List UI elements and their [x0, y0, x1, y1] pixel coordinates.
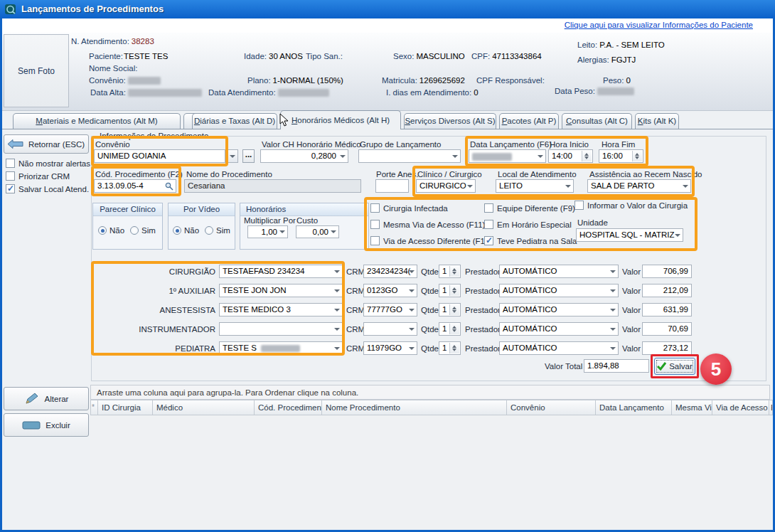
- crm-combo[interactable]: 0123GO: [363, 284, 417, 297]
- grid-col-convenio[interactable]: Convênio: [507, 400, 596, 415]
- crm-combo[interactable]: 77777GO: [363, 303, 417, 316]
- tab-kits[interactable]: Kits (Alt K): [635, 113, 679, 129]
- qtde-spinner[interactable]: 1: [439, 341, 461, 355]
- clinico-cirurgico-combo[interactable]: CIRURGICO: [416, 179, 476, 193]
- cod-procedimento-input[interactable]: 3.13.09.05-4: [94, 179, 176, 193]
- tab-servicos-diversos[interactable]: Serviços Diversos (Alt S): [404, 113, 496, 129]
- excluir-button[interactable]: Excluir: [4, 413, 89, 437]
- tab-materiais[interactable]: Materiais e Medicamentos (Alt M): [13, 113, 181, 129]
- horario-especial-checkbox[interactable]: [484, 220, 493, 229]
- grid-body-empty[interactable]: [90, 415, 770, 529]
- crm-combo[interactable]: [363, 322, 417, 336]
- hora-inicio-spinner[interactable]: 14:00: [548, 149, 593, 163]
- prestador-combo[interactable]: AUTOMÁTICO: [499, 284, 619, 297]
- priorizar-crm-checkbox[interactable]: [6, 171, 15, 181]
- custo-input[interactable]: 0,00: [296, 225, 339, 238]
- grid-col-id-cirurgia[interactable]: ID Cirurgia: [98, 400, 153, 415]
- local-atendimento-combo[interactable]: LEITO: [496, 179, 574, 193]
- valor-ch-input[interactable]: 0,2800: [260, 149, 348, 163]
- grid-col-nome-procedimento[interactable]: Nome Procedimento: [322, 400, 507, 415]
- porte-anes-input[interactable]: [375, 179, 409, 193]
- grid-col-medico[interactable]: Médico: [153, 400, 255, 415]
- role-label-anestesista: ANESTESISTA: [95, 306, 215, 314]
- spinner-buttons[interactable]: [449, 304, 459, 315]
- medico-combo[interactable]: TESTE JON JON: [219, 284, 343, 297]
- grid-asterisk-icon[interactable]: *: [90, 400, 98, 415]
- video-sim-radio[interactable]: [205, 226, 213, 235]
- valor-field[interactable]: 70,69: [642, 322, 692, 336]
- medico-combo[interactable]: TESTAEFASD 234234: [219, 265, 343, 278]
- teve-pediatra-label: Teve Pediatra na Sala: [497, 237, 577, 245]
- cod-procedimento-label: Cód. Procedimento (F2): [95, 170, 183, 179]
- spinner-buttons[interactable]: [632, 151, 642, 161]
- qtde-spinner[interactable]: 1: [439, 322, 461, 336]
- spinner-buttons[interactable]: [449, 285, 459, 296]
- spinner-buttons[interactable]: [449, 266, 459, 277]
- convenio-browse-button[interactable]: ...: [242, 149, 255, 163]
- via-diferente-checkbox[interactable]: [370, 236, 380, 245]
- cirurgia-infectada-checkbox[interactable]: [370, 203, 380, 213]
- unidade-combo[interactable]: HOSPITAL SQL - MATRIZ: [576, 228, 683, 242]
- grid-col-cutoff[interactable]: E: [769, 400, 773, 415]
- parecer-sim-radio[interactable]: [130, 226, 139, 235]
- valor-field[interactable]: 273,12: [642, 341, 692, 355]
- qtde-spinner[interactable]: 1: [439, 265, 461, 278]
- nao-mostrar-alertas-checkbox[interactable]: [6, 159, 15, 168]
- equipe-diferente-checkbox[interactable]: [484, 203, 493, 213]
- tab-pacotes[interactable]: Pacotes (Alt P): [499, 113, 559, 129]
- valor-field[interactable]: 631,99: [642, 303, 692, 316]
- assistencia-rn-combo[interactable]: SALA DE PARTO: [587, 179, 691, 193]
- data-lancamento-combo[interactable]: [469, 149, 546, 163]
- prestador-combo[interactable]: AUTOMÁTICO: [499, 265, 619, 278]
- video-nao-radio[interactable]: [173, 226, 181, 235]
- valor-field[interactable]: 706,99: [642, 265, 692, 278]
- grid-col-cod-procedimento[interactable]: Cód. Procedimento: [255, 400, 322, 415]
- grid-groupby-bar[interactable]: Arraste uma coluna aqui para agrupa-la. …: [90, 385, 770, 400]
- unidade-label: Unidade: [577, 218, 608, 227]
- spinner-buttons[interactable]: [449, 324, 459, 334]
- chevron-down-icon: [409, 347, 415, 350]
- spinner-buttons[interactable]: [582, 151, 592, 161]
- eraser-icon: [22, 421, 41, 430]
- magnifier-icon[interactable]: [165, 182, 173, 191]
- hora-fim-spinner[interactable]: 16:00: [599, 149, 643, 163]
- medico-combo[interactable]: TESTE MEDICO 3: [219, 303, 343, 316]
- mesma-via-label: Mesma Via de Acesso (F11): [383, 220, 485, 229]
- teve-pediatra-checkbox[interactable]: [484, 236, 493, 245]
- informacoes-procedimento-title: Informações do Procedimento: [97, 132, 211, 140]
- tab-diarias[interactable]: Diárias e Taxas (Alt D): [192, 113, 277, 129]
- mesma-via-checkbox[interactable]: [370, 220, 380, 229]
- informar-valor-checkbox[interactable]: [574, 201, 584, 210]
- assistencia-rn-label: Assistência ao Recem Nascido: [589, 170, 702, 179]
- data-peso: Data Peso:: [555, 87, 634, 95]
- medico-combo[interactable]: [219, 322, 343, 336]
- crm-combo[interactable]: 234234234(: [363, 265, 417, 278]
- patient-info-link[interactable]: Clique aqui para visualizar Informações …: [565, 21, 753, 29]
- grid-col-data-lancamento[interactable]: Data Lançamento: [596, 400, 672, 415]
- tab-consultas[interactable]: Consultas (Alt C): [562, 113, 632, 129]
- spinner-buttons[interactable]: [449, 343, 459, 353]
- grid-col-via-de-acesso[interactable]: Via de Acesso: [712, 400, 769, 415]
- equipe-diferente-label: Equipe Diferente (F9): [497, 204, 575, 213]
- salvar-button[interactable]: Salvar: [654, 358, 695, 375]
- crm-label: CRM: [346, 287, 365, 295]
- redacted-value: [128, 77, 161, 85]
- alterar-button[interactable]: Alterar: [4, 387, 89, 410]
- tab-honorarios-medicos[interactable]: Honorários Médicos (Alt H): [280, 110, 401, 129]
- qtde-spinner[interactable]: 1: [439, 303, 461, 316]
- prestador-combo[interactable]: AUTOMÁTICO: [499, 303, 619, 316]
- medico-combo[interactable]: TESTE S: [219, 341, 343, 355]
- valor-field[interactable]: 212,09: [642, 284, 692, 297]
- grid-col-mesma-via[interactable]: Mesma Via (: [672, 400, 712, 415]
- multiplicar-por-input[interactable]: 1,00: [247, 225, 288, 238]
- crm-combo[interactable]: 11979GO: [363, 341, 417, 355]
- grupo-lancamento-combo[interactable]: [358, 149, 461, 163]
- prestador-combo[interactable]: AUTOMÁTICO: [499, 341, 619, 355]
- salvar-local-atend-checkbox[interactable]: [6, 184, 15, 193]
- prestador-combo[interactable]: AUTOMÁTICO: [499, 322, 619, 336]
- retornar-button[interactable]: Retornar (ESC): [4, 134, 89, 154]
- convenio-input[interactable]: UNIMED GOIANIA: [94, 149, 225, 163]
- parecer-nao-radio[interactable]: [98, 226, 107, 235]
- convenio-dropdown-button[interactable]: [226, 149, 238, 163]
- qtde-spinner[interactable]: 1: [439, 284, 461, 297]
